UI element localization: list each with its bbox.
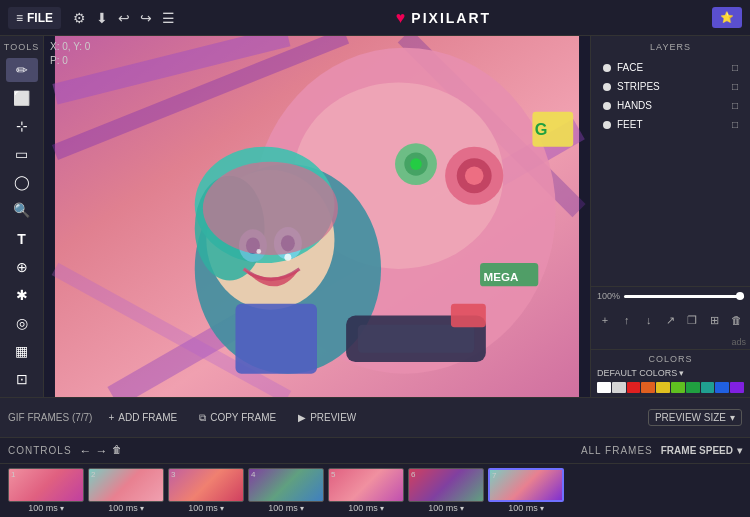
add-frame-button[interactable]: + ADD FRAME [102,410,183,425]
undo-icon[interactable]: ↩ [118,10,130,26]
file-menu[interactable]: ≡ FILE [8,7,61,29]
frame-num-6: 6 [411,470,415,479]
nav-next-btn[interactable]: → [96,444,108,458]
pencil-tool[interactable]: ✏ [6,58,38,82]
frame-item-7[interactable]: 7 100 ms ▾ [488,468,564,513]
copy-icon: ⧉ [199,412,206,424]
frame-thumb-4[interactable]: 4 [248,468,324,502]
export-layer-btn[interactable]: ↗ [661,309,681,331]
frame-thumb-5[interactable]: 5 [328,468,404,502]
color-swatch-white[interactable] [597,382,611,393]
zoom-tool[interactable]: 🔍 [6,198,38,222]
menu-icon[interactable]: ☰ [162,10,175,26]
crop-tool[interactable]: ⊡ [6,367,38,391]
layer-hands[interactable]: HANDS □ [597,96,744,115]
svg-rect-26 [451,304,486,327]
layer-name-face: FACE [617,62,726,73]
timeline-header: CONTROLS ← → 🗑 ALL FRAMES FRAME SPEED ▾ [0,438,750,464]
layer-visibility-hands[interactable]: □ [732,100,738,111]
opacity-slider[interactable] [624,295,744,298]
frame-speed-label: FRAME SPEED [661,445,733,456]
stamp-tool[interactable]: ✱ [6,283,38,307]
eraser-tool[interactable]: ⬜ [6,86,38,110]
text-tool[interactable]: T [6,226,38,250]
frame-thumb-3[interactable]: 3 [168,468,244,502]
dither-tool[interactable]: ▦ [6,339,38,363]
delete-layer-btn[interactable]: 🗑 [726,309,746,331]
play-icon: ▶ [298,412,306,423]
layer-feet[interactable]: FEET □ [597,115,744,134]
opacity-thumb [736,292,744,300]
add-layer-btn[interactable]: + [595,309,615,331]
frame-num-7: 7 [492,471,496,480]
color-swatch-teal[interactable] [701,382,715,393]
frame-thumb-6[interactable]: 6 [408,468,484,502]
layer-visibility-face[interactable]: □ [732,62,738,73]
color-swatch-blue[interactable] [715,382,729,393]
frame-speed-dropdown-icon: ▾ [737,445,742,456]
color-swatch-yellow[interactable] [656,382,670,393]
frame-thumb-7[interactable]: 7 [488,468,564,502]
frame-ms-arrow-5[interactable]: ▾ [380,504,384,513]
plus-icon: + [108,412,114,423]
opacity-row: 100% [591,287,750,305]
layer-visibility-stripes[interactable]: □ [732,81,738,92]
star-button[interactable]: ⭐ [712,7,742,28]
timeline: CONTROLS ← → 🗑 ALL FRAMES FRAME SPEED ▾ … [0,437,750,517]
layer-visibility-feet[interactable]: □ [732,119,738,130]
fill-tool[interactable]: ◎ [6,311,38,335]
frame-ms-arrow-1[interactable]: ▾ [60,504,64,513]
duplicate-layer-btn[interactable]: ❐ [682,309,702,331]
frame-item-2[interactable]: 2 100 ms ▾ [88,468,164,513]
frame-item-3[interactable]: 3 100 ms ▾ [168,468,244,513]
color-swatch-lgreen[interactable] [671,382,685,393]
frame-ms-arrow-7[interactable]: ▾ [540,504,544,513]
ellipse-tool[interactable]: ◯ [6,170,38,194]
copy-frame-button[interactable]: ⧉ COPY FRAME [193,410,282,426]
frame-ms-1: 100 ms ▾ [28,503,64,513]
marquee-tool[interactable]: ▭ [6,142,38,166]
move-layer-down-btn[interactable]: ↓ [639,309,659,331]
frame-ms-arrow-2[interactable]: ▾ [140,504,144,513]
move-layer-up-btn[interactable]: ↑ [617,309,637,331]
top-bar: ≡ FILE ⚙ ⬇ ↩ ↪ ☰ ♥ PIXILART ⭐ [0,0,750,36]
frame-thumb-1[interactable]: 1 [8,468,84,502]
layer-face[interactable]: FACE □ [597,58,744,77]
default-colors-button[interactable]: DEFAULT COLORS ▾ [597,368,684,378]
share-icon[interactable]: ⚙ [73,10,86,26]
copy-frame-label: COPY FRAME [210,412,276,423]
redo-icon[interactable]: ↪ [140,10,152,26]
frame-item-1[interactable]: 1 100 ms ▾ [8,468,84,513]
layer-dot-stripes [603,83,611,91]
frame-ms-arrow-4[interactable]: ▾ [300,504,304,513]
color-swatch-red[interactable] [627,382,641,393]
color-swatch-green[interactable] [686,382,700,393]
frame-ms-arrow-3[interactable]: ▾ [220,504,224,513]
timeline-nav: ← → 🗑 [80,444,122,458]
frame-item-6[interactable]: 6 100 ms ▾ [408,468,484,513]
preview-size-button[interactable]: PREVIEW SIZE ▾ [648,409,742,426]
nav-delete-btn[interactable]: 🗑 [112,444,122,458]
nav-prev-btn[interactable]: ← [80,444,92,458]
canvas-wrapper[interactable]: X: 0, Y: 0 P: 0 [44,36,590,397]
layer-stripes[interactable]: STRIPES □ [597,77,744,96]
frame-ms-arrow-6[interactable]: ▾ [460,504,464,513]
frame-item-5[interactable]: 5 100 ms ▾ [328,468,404,513]
color-swatch-lightgray[interactable] [612,382,626,393]
frame-speed-button[interactable]: FRAME SPEED ▾ [661,445,742,456]
frame-item-4[interactable]: 4 100 ms ▾ [248,468,324,513]
layer-name-hands: HANDS [617,100,726,111]
layer-name-feet: FEET [617,119,726,130]
color-swatch-purple[interactable] [730,382,744,393]
gif-frames-label: GIF FRAMES (7/7) [8,412,92,423]
merge-layer-btn[interactable]: ⊞ [704,309,724,331]
move-tool[interactable]: ⊕ [6,255,38,279]
canvas-art[interactable]: G MEGA [44,36,590,397]
color-swatch-orange[interactable] [641,382,655,393]
download-icon[interactable]: ⬇ [96,10,108,26]
frame-num-3: 3 [171,470,175,479]
frame-thumb-2[interactable]: 2 [88,468,164,502]
preview-button[interactable]: ▶ PREVIEW [292,410,362,425]
frame-ms-6: 100 ms ▾ [428,503,464,513]
select-tool[interactable]: ⊹ [6,114,38,138]
